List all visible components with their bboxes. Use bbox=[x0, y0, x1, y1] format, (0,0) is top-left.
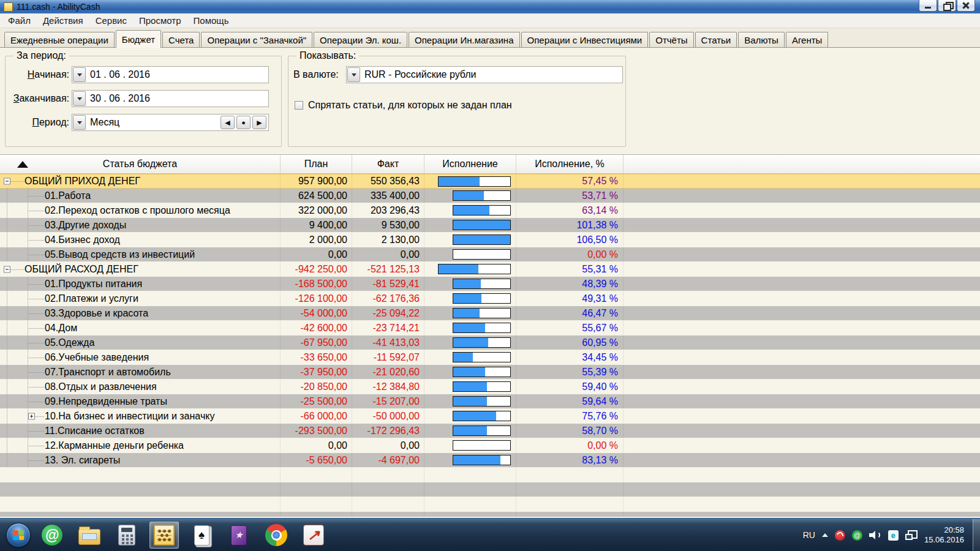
language-indicator[interactable]: RU bbox=[803, 530, 815, 540]
column-header-execution-percent[interactable]: Исполнение, % bbox=[516, 155, 624, 173]
execution-bar-cell bbox=[424, 291, 516, 305]
solitaire-taskbar-button[interactable] bbox=[187, 522, 216, 549]
tree-dotted-line bbox=[7, 291, 7, 305]
end-date-input[interactable]: 30 . 06 . 2016 bbox=[86, 93, 150, 104]
menu-item[interactable]: Действия bbox=[37, 14, 89, 27]
kaspersky-icon[interactable] bbox=[835, 530, 845, 541]
tab-reports[interactable]: Отчёты bbox=[649, 32, 693, 47]
minimize-button[interactable] bbox=[919, 0, 937, 12]
table-row[interactable]: 02.Платежи и услуги-126 100,00-62 176,36… bbox=[0, 291, 980, 306]
clock[interactable]: 20:58 15.06.2016 bbox=[924, 525, 966, 545]
tabbar: Ежедневные операцииБюджетСчетаОперации с… bbox=[0, 28, 980, 48]
table-row[interactable]: 05.Одежда-67 950,00-41 413,0360,95 % bbox=[0, 335, 980, 350]
table-row[interactable]: 10.На бизнес и инвестиции и заначку-66 0… bbox=[0, 409, 980, 424]
tab-daily-operations[interactable]: Ежедневные операции bbox=[4, 32, 115, 47]
execution-percent-cell: 59,64 % bbox=[516, 394, 624, 408]
start-date-dropdown-button[interactable] bbox=[73, 67, 86, 82]
calculator-taskbar-button[interactable] bbox=[112, 522, 141, 549]
plan-cell: -37 950,00 bbox=[281, 365, 352, 379]
table-row[interactable]: 08.Отдых и развлечения-20 850,00-12 384,… bbox=[0, 380, 980, 394]
empty-cell bbox=[352, 512, 424, 517]
column-header-article[interactable]: Статья бюджета bbox=[0, 155, 281, 173]
filler-cell bbox=[624, 365, 980, 379]
volume-icon[interactable] bbox=[869, 530, 881, 540]
start-date-input[interactable]: 01 . 06 . 2016 bbox=[86, 69, 150, 80]
currency-input[interactable]: RUR - Российские рубли bbox=[361, 69, 477, 80]
progress-bar bbox=[453, 293, 511, 304]
expand-icon[interactable] bbox=[28, 413, 35, 419]
period-fields: Начиная:01 . 06 . 2016Заканчивая:30 . 06… bbox=[6, 66, 281, 131]
start-button[interactable] bbox=[6, 523, 31, 547]
collapse-icon[interactable] bbox=[4, 266, 10, 272]
tree-dotted-line bbox=[28, 284, 44, 285]
fact-cell: -11 592,07 bbox=[352, 350, 424, 364]
execution-bar-cell bbox=[424, 203, 516, 217]
table-row[interactable]: ОБЩИЙ РАСХОД ДЕНЕГ-942 250,00-521 125,13… bbox=[0, 262, 980, 277]
tab-investment-operations[interactable]: Операции с Инвестициями bbox=[521, 32, 649, 47]
table-row[interactable]: 11.Списание остатков-293 500,00-172 296,… bbox=[0, 424, 980, 438]
table-row[interactable]: 06.Учебные заведения-33 650,00-11 592,07… bbox=[0, 350, 980, 365]
budget-article-label: 10.На бизнес и инвестиции и заначку bbox=[45, 411, 214, 422]
mailru-agent-taskbar-button[interactable] bbox=[37, 522, 67, 549]
tab-ewallet-operations[interactable]: Операции Эл. кош. bbox=[314, 32, 407, 47]
tab-stash-operations[interactable]: Операции с "Заначкой" bbox=[201, 32, 312, 47]
menu-item[interactable]: Просмотр bbox=[133, 14, 187, 27]
execution-percent-cell: 55,39 % bbox=[516, 365, 624, 379]
progress-bar bbox=[453, 205, 511, 216]
table-row[interactable]: 03.Здоровье и красота-54 000,00-25 094,2… bbox=[0, 306, 980, 321]
explorer-taskbar-button[interactable] bbox=[75, 522, 104, 549]
execution-percent-cell: 101,38 % bbox=[516, 218, 624, 232]
tab-currencies[interactable]: Валюты bbox=[738, 32, 785, 47]
table-row[interactable]: 07.Транспорт и автомобиль-37 950,00-21 0… bbox=[0, 365, 980, 380]
budget-article-cell: 04.Дом bbox=[0, 321, 281, 335]
close-button[interactable] bbox=[957, 0, 975, 12]
launcher-taskbar-button[interactable] bbox=[299, 522, 328, 549]
chrome-taskbar-button[interactable] bbox=[262, 522, 291, 549]
mailru-agent-icon bbox=[42, 525, 62, 545]
period-input[interactable]: Месяц bbox=[86, 117, 119, 128]
card-game-taskbar-button[interactable] bbox=[224, 522, 254, 549]
tab-articles[interactable]: Статьи bbox=[695, 32, 737, 47]
show-desktop-button[interactable] bbox=[973, 519, 980, 551]
mailru-tray-icon[interactable] bbox=[852, 530, 862, 541]
column-header-fact[interactable]: Факт bbox=[352, 155, 424, 173]
menu-item[interactable]: Сервис bbox=[89, 14, 133, 27]
tree-dotted-line bbox=[28, 255, 44, 255]
tab-budget[interactable]: Бюджет bbox=[116, 30, 161, 48]
tab-foreign-store-operations[interactable]: Операции Ин.магазина bbox=[409, 32, 519, 47]
tray-expand-icon[interactable] bbox=[822, 533, 828, 537]
table-row[interactable]: 12.Карманные деньги ребенка0,000,000,00 … bbox=[0, 438, 980, 453]
table-row[interactable]: 01.Продукты питания-168 500,00-81 529,41… bbox=[0, 277, 980, 291]
table-row[interactable]: 01.Работа624 500,00335 400,0053,71 % bbox=[0, 189, 980, 203]
table-row[interactable]: 05.Вывод средств из инвестиций0,000,000,… bbox=[0, 247, 980, 262]
table-row[interactable]: 04.Бизнес доход2 000,002 130,00106,50 % bbox=[0, 233, 980, 247]
period-dropdown-button[interactable] bbox=[73, 115, 86, 130]
explorer-icon bbox=[78, 529, 100, 545]
menu-item[interactable]: Файл bbox=[2, 14, 37, 27]
prev-period-button[interactable]: ◀ bbox=[221, 116, 235, 129]
tab-accounts[interactable]: Счета bbox=[162, 32, 200, 47]
menu-item[interactable]: Помощь bbox=[187, 14, 235, 27]
end-date-dropdown-button[interactable] bbox=[73, 91, 86, 106]
filler-cell bbox=[624, 203, 980, 217]
column-header-execution[interactable]: Исполнение bbox=[424, 155, 516, 173]
currency-dropdown-button[interactable] bbox=[347, 67, 360, 82]
table-row[interactable]: 02.Переход остатков с прошлого месяца322… bbox=[0, 203, 980, 218]
network-icon[interactable] bbox=[905, 530, 918, 540]
next-period-button[interactable]: ▶ bbox=[252, 116, 266, 129]
current-period-button[interactable]: ● bbox=[236, 116, 251, 129]
column-header-plan[interactable]: План bbox=[281, 155, 352, 173]
table-row[interactable]: 03.Другие доходы9 400,009 530,00101,38 % bbox=[0, 218, 980, 233]
table-row[interactable]: 09.Непредвиденные траты-25 500,00-15 207… bbox=[0, 394, 980, 409]
hide-articles-checkbox[interactable] bbox=[295, 101, 303, 110]
table-row[interactable]: ОБЩИЙ ПРИХОД ДЕНЕГ957 900,00550 356,4357… bbox=[0, 174, 980, 189]
eset-icon[interactable] bbox=[888, 530, 899, 541]
table-row[interactable]: 13. Эл. сигареты-5 650,00-4 697,0083,13 … bbox=[0, 453, 980, 468]
abilitycash-taskbar-button[interactable] bbox=[149, 522, 179, 549]
plan-cell: -5 650,00 bbox=[281, 453, 352, 467]
window-buttons bbox=[919, 0, 975, 12]
tab-agents[interactable]: Агенты bbox=[786, 32, 828, 47]
restore-button[interactable] bbox=[938, 0, 956, 12]
collapse-icon[interactable] bbox=[4, 178, 10, 185]
table-row[interactable]: 04.Дом-42 600,00-23 714,2155,67 % bbox=[0, 321, 980, 335]
